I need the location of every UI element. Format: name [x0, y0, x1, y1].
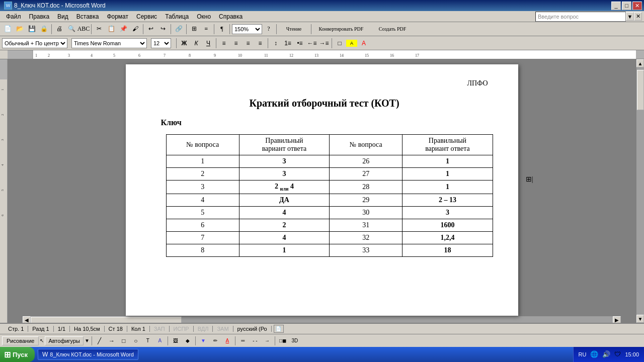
- underline-button[interactable]: Ч: [203, 38, 214, 49]
- numbering-button[interactable]: 1≡: [282, 38, 293, 49]
- format-painter-button[interactable]: 🖌: [130, 24, 141, 35]
- start-button[interactable]: ⊞ Пуск: [0, 347, 35, 362]
- help-search-placeholder: Введите вопрос: [538, 14, 579, 20]
- menu-file[interactable]: Файл: [2, 12, 25, 21]
- font-size-dropdown[interactable]: 12: [151, 38, 171, 48]
- copy-button[interactable]: 📋: [106, 24, 117, 35]
- arrow-style-button[interactable]: →: [262, 335, 273, 346]
- draw-button[interactable]: Рисование: [2, 336, 39, 345]
- reading-mode-button[interactable]: Чтение: [279, 24, 309, 35]
- align-justify-button[interactable]: ≡: [255, 38, 266, 49]
- dash-style-button[interactable]: - -: [250, 335, 261, 346]
- italic-button[interactable]: К: [191, 38, 202, 49]
- scroll-left-button[interactable]: ◀: [23, 316, 31, 323]
- line-tool-button[interactable]: ╱: [94, 335, 105, 346]
- a2-5: 3: [403, 206, 493, 219]
- font-color-draw-button[interactable]: A: [222, 335, 233, 346]
- wordart-button[interactable]: A: [154, 335, 166, 346]
- status-pages: 1/1: [54, 326, 70, 332]
- h-scroll-track[interactable]: [31, 316, 613, 323]
- fill-color-button[interactable]: ▼: [198, 335, 209, 346]
- menu-edit[interactable]: Правка: [25, 12, 54, 21]
- help-arrow-button[interactable]: ▼: [626, 12, 634, 21]
- table-row: 2 3 27 1: [166, 168, 493, 180]
- spell-button[interactable]: ABC: [78, 24, 89, 35]
- decrease-indent-button[interactable]: ←≡: [306, 38, 317, 49]
- paste-button[interactable]: 📌: [118, 24, 129, 35]
- autoshapes-button[interactable]: Автофигуры: [45, 336, 84, 345]
- create-pdf-button[interactable]: Создать PDF: [370, 24, 415, 35]
- document-scroll-area[interactable]: ЛПФО Краткий отборочный тест (КОТ) Ключ: [8, 59, 636, 323]
- q1-7: 7: [166, 231, 239, 244]
- antivirus-icon: 🛡: [614, 350, 621, 358]
- sep5: [186, 24, 187, 34]
- v-scroll-track[interactable]: [636, 67, 644, 315]
- save-button[interactable]: 💾: [26, 24, 37, 35]
- convert-pdf-button[interactable]: Конвертировать PDF: [313, 24, 369, 35]
- minimize-button[interactable]: _: [611, 2, 621, 10]
- border-button[interactable]: □: [334, 38, 345, 49]
- align-left-button[interactable]: ≡: [218, 38, 229, 49]
- status-doc-icon: 📄: [274, 325, 284, 333]
- cut-button[interactable]: ✂: [94, 24, 105, 35]
- menu-tools[interactable]: Сервис: [132, 12, 161, 21]
- oval-tool-button[interactable]: ○: [130, 335, 141, 346]
- col-header-q1: № вопроса: [166, 135, 239, 155]
- h-scroll-thumb[interactable]: [31, 317, 182, 323]
- show-hide-button[interactable]: ¶: [216, 24, 227, 35]
- vertical-scrollbar[interactable]: ▲ ▼: [636, 59, 644, 323]
- line-spacing-button[interactable]: ↕: [270, 38, 281, 49]
- maximize-button[interactable]: □: [622, 2, 631, 10]
- scroll-up-button[interactable]: ▲: [636, 59, 644, 67]
- print-button[interactable]: 🖨: [54, 24, 65, 35]
- zoom-dropdown[interactable]: 150%: [232, 24, 262, 34]
- undo-button[interactable]: ↩: [145, 24, 156, 35]
- permission-button[interactable]: 🔒: [38, 24, 49, 35]
- align-center-button[interactable]: ≡: [230, 38, 242, 49]
- align-right-button[interactable]: ≡: [243, 38, 254, 49]
- diagram-button[interactable]: ◆: [182, 335, 193, 346]
- menu-table[interactable]: Таблица: [161, 12, 193, 21]
- arrow-tool-button[interactable]: →: [106, 335, 117, 346]
- new-button[interactable]: 📄: [2, 24, 13, 35]
- help-search-box[interactable]: Введите вопрос: [535, 12, 626, 22]
- bullets-button[interactable]: •≡: [294, 38, 305, 49]
- menu-window[interactable]: Окно: [193, 12, 215, 21]
- clip-art-button[interactable]: 🖼: [170, 335, 181, 346]
- open-button[interactable]: 📂: [14, 24, 25, 35]
- line-style-button[interactable]: ═: [237, 335, 249, 346]
- preview-button[interactable]: 🔍: [66, 24, 77, 35]
- scroll-down-button[interactable]: ▼: [636, 315, 644, 323]
- status-ispr: ИСПР: [170, 326, 194, 332]
- q1-4: 4: [166, 194, 239, 206]
- 3d-button[interactable]: 3D: [289, 335, 300, 346]
- textbox-tool-button[interactable]: T: [142, 335, 153, 346]
- bold-button[interactable]: Ж: [179, 38, 190, 49]
- menu-view[interactable]: Вид: [53, 12, 72, 21]
- increase-indent-button[interactable]: →≡: [318, 38, 330, 49]
- font-color-button[interactable]: A: [358, 38, 369, 49]
- menu-format[interactable]: Формат: [103, 12, 132, 21]
- menu-insert[interactable]: Вставка: [72, 12, 103, 21]
- shadow-button[interactable]: □◼: [277, 335, 288, 346]
- columns-button[interactable]: ≡: [201, 24, 212, 35]
- line-color-button[interactable]: ✏: [210, 335, 221, 346]
- horizontal-scrollbar[interactable]: ◀ ▶: [23, 316, 621, 323]
- menu-help[interactable]: Справка: [215, 12, 247, 21]
- table-button[interactable]: ⊞: [189, 24, 200, 35]
- highlight-button[interactable]: A: [346, 40, 357, 47]
- close-button[interactable]: ✕: [632, 2, 642, 10]
- zoom-help-button[interactable]: ?: [263, 24, 274, 35]
- taskbar-word-app[interactable]: W 8_Ключ КОТ.doc - Microsoft Word: [38, 349, 138, 360]
- status-line: Ст 18: [105, 326, 127, 332]
- v-scroll-thumb[interactable]: [637, 70, 644, 110]
- redo-button[interactable]: ↪: [157, 24, 169, 35]
- a1-8: 1: [239, 244, 329, 256]
- hyperlink-button[interactable]: 🔗: [173, 24, 184, 35]
- style-dropdown[interactable]: Обычный + По центру: [2, 38, 67, 48]
- scroll-right-button[interactable]: ▶: [613, 316, 621, 323]
- rect-tool-button[interactable]: □: [118, 335, 129, 346]
- font-dropdown[interactable]: Times New Roman: [71, 38, 147, 48]
- help-close-button[interactable]: ✕: [634, 12, 642, 21]
- svg-text:10: 10: [238, 53, 242, 58]
